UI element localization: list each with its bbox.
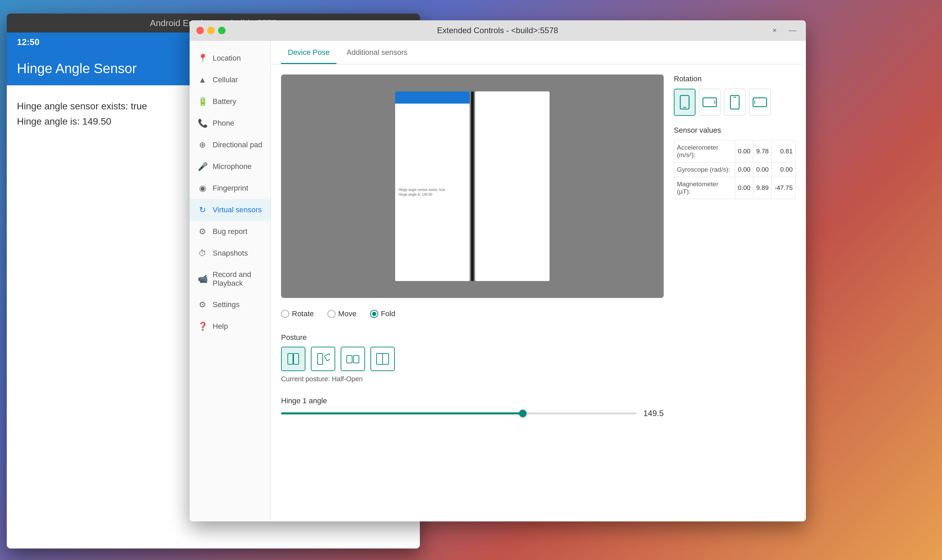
app-title: Hinge Angle Sensor <box>17 61 137 76</box>
rotation-btn-portrait[interactable] <box>674 89 696 116</box>
sidebar-label-battery: Battery <box>212 97 236 106</box>
device-preview: Hinge angle sensor exists: true Hinge an… <box>281 74 664 298</box>
rotation-btn-landscape-rev[interactable] <box>749 89 771 116</box>
extended-titlebar: Extended Controls - <build>:5578 × — <box>189 20 806 41</box>
hinge-slider-track[interactable] <box>281 412 637 414</box>
rotate-radio-btn[interactable] <box>281 310 289 318</box>
hinge-value: 149.5 <box>643 409 664 418</box>
sidebar-item-fingerprint[interactable]: ◉ Fingerprint <box>189 177 271 199</box>
sidebar-label-virtual-sensors: Virtual sensors <box>212 206 262 214</box>
posture-label: Posture <box>281 333 664 342</box>
posture-svg-1 <box>286 352 300 366</box>
move-radio-btn[interactable] <box>328 310 336 318</box>
posture-svg-2 <box>316 352 330 366</box>
rotation-portrait-icon <box>680 95 690 110</box>
gyroscope-row: Gyroscope (rad/s): 0.00 0.00 0.00 <box>674 163 796 177</box>
help-icon: ❓ <box>198 322 207 331</box>
svg-rect-13 <box>733 97 736 97</box>
posture-svg-4 <box>376 352 389 366</box>
rotate-radio[interactable]: Rotate <box>281 309 314 318</box>
traffic-lights <box>196 27 226 34</box>
device-divider <box>471 91 474 281</box>
virtual-sensors-icon: ↻ <box>198 205 207 215</box>
statusbar-time: 12:50 <box>17 37 40 48</box>
accelerometer-v2: 9.78 <box>753 140 772 163</box>
rotation-buttons <box>674 89 796 116</box>
settings-icon: ⚙ <box>198 300 207 309</box>
accelerometer-v3: 0.81 <box>772 140 796 163</box>
sidebar-item-help[interactable]: ❓ Help <box>189 315 271 337</box>
sidebar-item-virtual-sensors[interactable]: ↻ Virtual sensors <box>189 199 271 221</box>
tab-additional-sensors[interactable]: Additional sensors <box>340 41 414 64</box>
device-header <box>395 91 469 104</box>
device-right-panel <box>475 91 550 281</box>
rotate-label: Rotate <box>292 309 314 318</box>
sidebar-item-microphone[interactable]: 🎤 Microphone <box>189 156 271 177</box>
dpad-icon: ⊕ <box>198 140 207 150</box>
posture-btn-2[interactable] <box>311 347 335 371</box>
microphone-icon: 🎤 <box>198 162 207 171</box>
sidebar-item-battery[interactable]: 🔋 Battery <box>189 91 271 112</box>
fold-radio-btn[interactable] <box>370 310 378 318</box>
fold-radio[interactable]: Fold <box>370 309 396 318</box>
accelerometer-label: Accelerometer (m/s²): <box>674 140 735 163</box>
sidebar-item-location[interactable]: 📍 Location <box>189 48 271 69</box>
sidebar-label-settings: Settings <box>212 300 240 309</box>
tab-device-pose[interactable]: Device Pose <box>281 41 337 64</box>
sensor-table: Accelerometer (m/s²): 0.00 9.78 0.81 Gyr… <box>674 140 796 199</box>
tab-bar: Device Pose Additional sensors <box>271 41 806 64</box>
magnetometer-v1: 0.00 <box>735 177 753 199</box>
sidebar-item-directional-pad[interactable]: ⊕ Directional pad <box>189 134 271 156</box>
sidebar-item-snapshots[interactable]: ⏱ Snapshots <box>189 242 271 264</box>
sidebar-label-dpad: Directional pad <box>212 140 262 149</box>
hinge-slider-fill <box>281 412 523 414</box>
posture-btn-3[interactable] <box>341 347 365 371</box>
move-radio[interactable]: Move <box>328 309 357 318</box>
rotation-title: Rotation <box>674 74 796 83</box>
current-posture: Current posture: Half-Open <box>281 375 664 383</box>
battery-icon: 🔋 <box>198 97 207 106</box>
sidebar-item-cellular[interactable]: ▲ Cellular <box>189 69 271 91</box>
gyroscope-v2: 0.00 <box>753 163 772 177</box>
main-content: Device Pose Additional sensors Hinge ang… <box>271 41 806 522</box>
sidebar-item-record-playback[interactable]: 📹 Record and Playback <box>189 264 271 294</box>
svg-rect-15 <box>754 100 755 104</box>
minimize-button[interactable] <box>207 27 215 34</box>
posture-btn-1[interactable] <box>281 347 305 371</box>
rotation-btn-portrait-rev[interactable] <box>724 89 746 116</box>
svg-rect-5 <box>354 355 359 363</box>
close-button[interactable] <box>196 27 204 34</box>
sidebar-label-record: Record and Playback <box>212 270 262 288</box>
posture-btn-4[interactable] <box>371 347 395 371</box>
svg-rect-2 <box>318 354 323 364</box>
rotation-portrait-rev-icon <box>730 95 740 110</box>
rotation-btn-landscape[interactable] <box>699 89 720 116</box>
sidebar-item-settings[interactable]: ⚙ Settings <box>189 294 271 315</box>
sidebar-item-bug-report[interactable]: ⚙ Bug report <box>189 221 271 242</box>
rotation-landscape-icon <box>702 97 717 107</box>
svg-rect-3 <box>325 354 330 361</box>
maximize-button[interactable] <box>218 27 226 34</box>
extended-controls-window: Extended Controls - <build>:5578 × — 📍 L… <box>189 20 806 522</box>
magnetometer-row: Magnetometer (μT): 0.00 9.89 -47.75 <box>674 177 796 199</box>
close-btn[interactable]: × <box>770 25 779 36</box>
minimize-btn[interactable]: — <box>786 25 799 36</box>
fold-label: Fold <box>381 309 396 318</box>
location-icon: 📍 <box>198 54 207 63</box>
right-panel: Rotation <box>674 74 796 511</box>
window-controls: × — <box>770 25 799 36</box>
device-content: Hinge angle sensor exists: true Hinge an… <box>395 104 469 281</box>
record-icon: 📹 <box>198 274 207 284</box>
sidebar-item-phone[interactable]: 📞 Phone <box>189 112 271 134</box>
sidebar-label-phone: Phone <box>212 119 234 128</box>
sidebar-label-cellular: Cellular <box>212 75 238 84</box>
svg-rect-1 <box>294 354 299 364</box>
device-left-panel: Hinge angle sensor exists: true Hinge an… <box>395 91 469 281</box>
svg-rect-9 <box>683 107 686 108</box>
hinge-row: 149.5 <box>281 409 664 418</box>
sidebar-label-help: Help <box>212 322 228 331</box>
gyroscope-v3: 0.00 <box>772 163 796 177</box>
device-preview-text1: Hinge angle sensor exists: true <box>399 188 445 192</box>
sidebar-label-bug-report: Bug report <box>212 227 248 236</box>
sidebar-label-microphone: Microphone <box>212 162 252 171</box>
